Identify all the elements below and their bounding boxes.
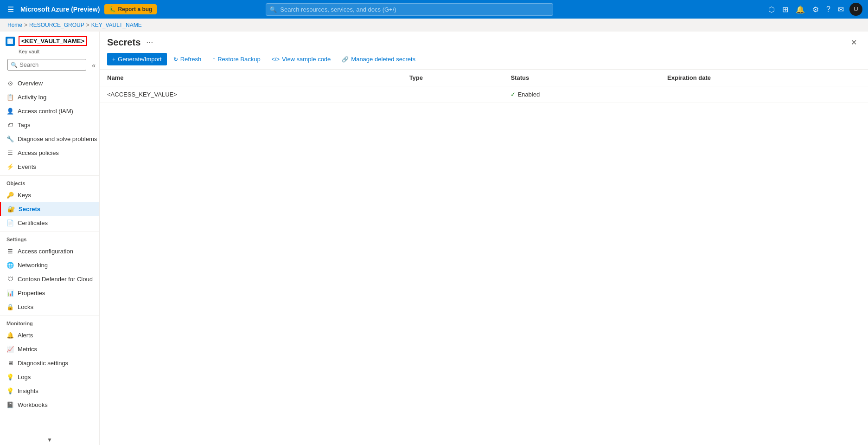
restore-backup-button[interactable]: ↑ Restore Backup bbox=[208, 53, 265, 65]
defender-icon: 🛡 bbox=[6, 275, 14, 283]
breadcrumb-home[interactable]: Home bbox=[7, 22, 22, 28]
sidebar-item-access-control[interactable]: 👤 Access control (IAM) bbox=[0, 104, 99, 118]
sidebar-item-events[interactable]: ⚡ Events bbox=[0, 160, 99, 174]
sidebar-item-access-configuration[interactable]: ☰ Access configuration bbox=[0, 244, 99, 258]
sidebar-item-access-policies[interactable]: ☰ Access policies bbox=[0, 146, 99, 160]
tags-icon: 🏷 bbox=[6, 121, 14, 129]
help-icon[interactable]: ? bbox=[824, 3, 832, 15]
sidebar-item-properties[interactable]: 📊 Properties bbox=[0, 286, 99, 300]
table-row[interactable]: <ACCESS_KEY_VALUE> ✓ Enabled bbox=[100, 86, 868, 103]
sidebar-item-certificates[interactable]: 📄 Certificates bbox=[0, 216, 99, 230]
global-search-bar: 🔍 bbox=[266, 3, 553, 16]
access-policies-icon: ☰ bbox=[6, 149, 14, 156]
top-bar-actions: ⬡ ⊞ 🔔 ⚙ ? ✉ U bbox=[766, 3, 862, 16]
workbooks-icon: 📓 bbox=[6, 401, 14, 408]
certificates-icon: 📄 bbox=[6, 219, 14, 226]
logs-icon: 💡 bbox=[6, 373, 14, 381]
sidebar-scroll-down[interactable]: ▼ bbox=[0, 435, 99, 445]
sidebar-collapse-button[interactable]: « bbox=[92, 62, 96, 69]
column-header-status: Status bbox=[503, 70, 660, 86]
manage-deleted-secrets-button[interactable]: 🔗 Manage deleted secrets bbox=[337, 53, 420, 65]
secrets-table-area: Name Type Status Expiration date <ACCESS… bbox=[100, 70, 868, 445]
breadcrumb: Home > RESOURCE_GROUP > KEY_VAULT_NAME bbox=[0, 19, 868, 32]
search-icon: 🔍 bbox=[269, 6, 277, 13]
svg-rect-0 bbox=[7, 39, 13, 44]
cloud-shell-icon[interactable]: ⬡ bbox=[766, 3, 777, 16]
link-icon: 🔗 bbox=[342, 56, 349, 63]
column-header-expiration: Expiration date bbox=[660, 70, 868, 86]
alerts-icon: 🔔 bbox=[6, 331, 14, 339]
hamburger-menu-icon[interactable]: ☰ bbox=[6, 3, 16, 16]
refresh-button[interactable]: ↻ Refresh bbox=[169, 53, 206, 65]
close-panel-icon[interactable]: ✕ bbox=[847, 36, 861, 49]
view-sample-code-button[interactable]: </> View sample code bbox=[267, 53, 336, 65]
bug-icon: 🐛 bbox=[109, 6, 116, 13]
sidebar-item-locks[interactable]: 🔒 Locks bbox=[0, 300, 99, 314]
sidebar-search-input[interactable] bbox=[19, 61, 83, 68]
top-navigation-bar: ☰ Microsoft Azure (Preview) 🐛 Report a b… bbox=[0, 0, 868, 19]
breadcrumb-resource-group[interactable]: RESOURCE_GROUP bbox=[29, 22, 84, 28]
report-bug-button[interactable]: 🐛 Report a bug bbox=[104, 4, 157, 14]
code-icon: </> bbox=[272, 56, 280, 63]
sidebar-item-diagnose[interactable]: 🔧 Diagnose and solve problems bbox=[0, 132, 99, 146]
upload-icon: ↑ bbox=[212, 56, 215, 63]
diagnose-icon: 🔧 bbox=[6, 135, 14, 142]
secrets-toolbar: + Generate/Import ↻ Refresh ↑ Restore Ba… bbox=[100, 49, 868, 70]
access-control-icon: 👤 bbox=[6, 107, 14, 115]
sidebar-item-diagnostic-settings[interactable]: 🖥 Diagnostic settings bbox=[0, 356, 99, 370]
sidebar-resource-header: <KEY_VAULT_NAME> bbox=[0, 32, 99, 51]
svg-rect-2 bbox=[10, 42, 11, 43]
sidebar-item-secrets[interactable]: 🔐 Secrets bbox=[0, 202, 99, 216]
sidebar-item-activity-log[interactable]: 📋 Activity log bbox=[0, 90, 99, 104]
settings-section-header: Settings bbox=[0, 232, 99, 244]
diagnostic-icon: 🖥 bbox=[6, 359, 14, 367]
secrets-table: Name Type Status Expiration date <ACCESS… bbox=[100, 70, 868, 103]
main-layout: <KEY_VAULT_NAME> Key vault 🔍 « ⊙ Overvie… bbox=[0, 32, 868, 445]
sidebar-navigation: ⊙ Overview 📋 Activity log 👤 Access contr… bbox=[0, 76, 99, 435]
status-check-icon: ✓ bbox=[511, 91, 516, 98]
sidebar-item-tags[interactable]: 🏷 Tags bbox=[0, 118, 99, 132]
sidebar-item-defender[interactable]: 🛡 Contoso Defender for Cloud bbox=[0, 272, 99, 286]
directory-icon[interactable]: ⊞ bbox=[780, 3, 790, 16]
feedback-icon[interactable]: ✉ bbox=[836, 3, 846, 16]
column-header-type: Type bbox=[402, 70, 504, 86]
global-search-input[interactable] bbox=[266, 3, 553, 16]
objects-section-header: Objects bbox=[0, 175, 99, 188]
sidebar-item-overview[interactable]: ⊙ Overview bbox=[0, 76, 99, 90]
access-configuration-icon: ☰ bbox=[6, 247, 14, 255]
content-header: Secrets ··· ✕ bbox=[100, 32, 868, 49]
networking-icon: 🌐 bbox=[6, 261, 14, 269]
secret-name: <ACCESS_KEY_VALUE> bbox=[100, 86, 402, 103]
more-options-icon[interactable]: ··· bbox=[144, 38, 155, 47]
locks-icon: 🔒 bbox=[6, 303, 14, 310]
sidebar-item-alerts[interactable]: 🔔 Alerts bbox=[0, 328, 99, 342]
settings-icon[interactable]: ⚙ bbox=[811, 3, 821, 16]
secret-expiration bbox=[660, 86, 868, 103]
breadcrumb-key-vault[interactable]: KEY_VAULT_NAME bbox=[91, 22, 142, 28]
sidebar-item-networking[interactable]: 🌐 Networking bbox=[0, 258, 99, 272]
insights-icon: 💡 bbox=[6, 387, 14, 394]
page-title: Secrets bbox=[107, 37, 140, 48]
events-icon: ⚡ bbox=[6, 163, 14, 170]
user-avatar[interactable]: U bbox=[849, 3, 862, 16]
sidebar-search-icon: 🔍 bbox=[11, 62, 18, 68]
generate-import-button[interactable]: + Generate/Import bbox=[107, 53, 167, 65]
keys-icon: 🔑 bbox=[6, 191, 14, 199]
activity-log-icon: 📋 bbox=[6, 93, 14, 101]
sidebar: <KEY_VAULT_NAME> Key vault 🔍 « ⊙ Overvie… bbox=[0, 32, 100, 445]
sidebar-item-logs[interactable]: 💡 Logs bbox=[0, 370, 99, 384]
scroll-down-arrow: ▼ bbox=[47, 437, 52, 443]
sidebar-item-insights[interactable]: 💡 Insights bbox=[0, 384, 99, 398]
metrics-icon: 📈 bbox=[6, 345, 14, 353]
secret-type bbox=[402, 86, 504, 103]
overview-icon: ⊙ bbox=[6, 79, 14, 87]
sidebar-item-workbooks[interactable]: 📓 Workbooks bbox=[0, 398, 99, 412]
sidebar-item-keys[interactable]: 🔑 Keys bbox=[0, 188, 99, 202]
refresh-icon: ↻ bbox=[173, 56, 178, 63]
column-header-name: Name bbox=[100, 70, 402, 86]
sidebar-search-container: 🔍 bbox=[7, 59, 86, 71]
sidebar-item-metrics[interactable]: 📈 Metrics bbox=[0, 342, 99, 356]
notifications-icon[interactable]: 🔔 bbox=[794, 3, 807, 16]
secrets-icon: 🔐 bbox=[7, 205, 15, 213]
key-vault-icon bbox=[6, 37, 15, 46]
